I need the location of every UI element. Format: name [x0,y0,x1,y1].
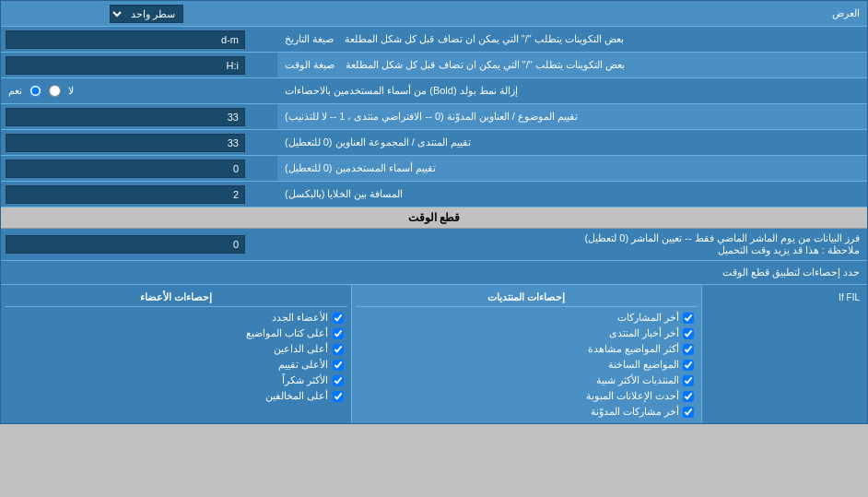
member-stats-header: إحصاءات الأعضاء [5,289,347,307]
stats-item-most-thanked: الأكثر شكراً [5,373,347,388]
checkbox-hot-topics[interactable] [683,360,694,371]
topic-rating-label: تقييم الموضوع / العناوين المدوّنة (0 -- … [277,104,867,129]
checkbox-top-violators[interactable] [333,391,344,402]
stats-item-hot-topics: المواضيع الساخنة [356,357,698,373]
username-rating-input[interactable] [6,160,245,178]
date-format-input-cell [1,27,277,52]
topic-rating-input[interactable] [6,108,245,126]
radio-no-label: لا [68,85,74,97]
stats-item-last-posts: أخر المشاركات [356,310,698,325]
username-rating-label: تقييم أسماء المستخدمين (0 للتعطيل) [277,156,867,181]
cutoff-section-header: قطع الوقت [1,207,867,229]
forum-rating-input[interactable] [6,134,245,152]
checkbox-blog-posts[interactable] [683,407,694,418]
cell-spacing-input[interactable] [6,185,245,204]
display-label: العرض [285,7,860,19]
bold-remove-label: إزالة نمط بولد (Bold) من أسماء المستخدمي… [277,78,867,103]
stats-limit-label: حدد إحصاءات لتطبيق قطع الوقت [8,266,860,278]
stats-item-top-posters: أعلى كتاب المواضيع [5,325,347,341]
time-format-row: بعض التكوينات يتطلب "/" التي يمكن ان تضا… [1,53,867,78]
bold-remove-row: إزالة نمط بولد (Bold) من أسماء المستخدمي… [1,78,867,104]
display-select[interactable]: سطر واحد سطران ثلاثة أسطر [110,5,183,23]
date-format-row: بعض التكوينات يتطلب "/" التي يمكن ان تضا… [1,27,867,53]
display-row: العرض سطر واحد سطران ثلاثة أسطر [1,1,867,27]
checkbox-similar-forums[interactable] [683,375,694,386]
cell-spacing-label: المسافة بين الخلايا (بالبكسل) [277,182,867,207]
cell-spacing-row: المسافة بين الخلايا (بالبكسل) [1,182,867,207]
forum-rating-input-cell [1,130,277,155]
cutoff-input[interactable] [6,235,245,254]
stats-item-forum-news: أخر أخبار المنتدى [356,325,698,341]
cutoff-input-cell [1,232,277,256]
stats-item-similar-forums: المنتديات الأكثر شبية [356,373,698,388]
username-rating-input-cell [1,156,277,181]
stats-columns: If FIL إحصاءات المنتديات أخر المشاركات أ… [1,285,867,423]
bold-remove-radio-cell: لا نعم [1,78,277,103]
stats-item-most-viewed: أكثر المواضيع مشاهدة [356,341,698,357]
checkbox-last-posts[interactable] [683,313,694,324]
stats-item-blog-posts: أخر مشاركات المدوّنة [356,404,698,420]
stats-item-classified-ads: أحدث الإعلانات المبوبة [356,388,698,404]
forum-rating-label: تقييم المنتدى / المجموعة العناوين (0 للت… [277,130,867,155]
date-format-label: بعض التكوينات يتطلب "/" التي يمكن ان تضا… [277,27,867,52]
stats-item-top-inviters: أعلى الداعين [5,341,347,357]
checkbox-most-viewed[interactable] [683,344,694,355]
if-fil-text: If FIL [706,289,863,306]
stats-item-new-members: الأعضاء الجدد [5,310,347,325]
radio-yes[interactable] [29,85,41,97]
cutoff-row: فرز البيانات من يوم الماشر الماضي فقط --… [1,229,867,261]
stats-col-empty: If FIL [701,285,867,423]
time-format-input-cell [1,53,277,77]
stats-col-forums: إحصاءات المنتديات أخر المشاركات أخر أخبا… [351,285,702,423]
checkbox-new-members[interactable] [333,313,344,324]
stats-item-top-rated: الأعلى تقييم [5,357,347,373]
forum-stats-header: إحصاءات المنتديات [356,289,698,307]
checkbox-top-inviters[interactable] [333,344,344,355]
main-container: العرض سطر واحد سطران ثلاثة أسطر بعض التك… [0,0,868,424]
radio-no[interactable] [49,85,61,97]
display-select-cell: سطر واحد سطران ثلاثة أسطر [8,5,285,23]
checkbox-top-rated[interactable] [333,360,344,371]
topic-rating-input-cell [1,104,277,129]
radio-yes-label: نعم [8,85,22,97]
username-rating-row: تقييم أسماء المستخدمين (0 للتعطيل) [1,156,867,182]
stats-limit-row: حدد إحصاءات لتطبيق قطع الوقت [1,261,867,285]
time-format-label: بعض التكوينات يتطلب "/" التي يمكن ان تضا… [277,53,867,77]
stats-col-members: إحصاءات الأعضاء الأعضاء الجدد أعلى كتاب … [1,285,351,423]
cell-spacing-input-cell [1,182,277,207]
checkbox-top-posters[interactable] [333,328,344,339]
checkbox-most-thanked[interactable] [333,375,344,386]
time-format-input[interactable] [6,56,245,75]
date-format-input[interactable] [6,30,245,49]
topic-rating-row: تقييم الموضوع / العناوين المدوّنة (0 -- … [1,104,867,130]
cutoff-label: فرز البيانات من يوم الماشر الماضي فقط --… [277,229,867,260]
stats-item-top-violators: أعلى المخالفين [5,388,347,404]
checkbox-forum-news[interactable] [683,328,694,339]
checkbox-classified-ads[interactable] [683,391,694,402]
forum-rating-row: تقييم المنتدى / المجموعة العناوين (0 للت… [1,130,867,156]
